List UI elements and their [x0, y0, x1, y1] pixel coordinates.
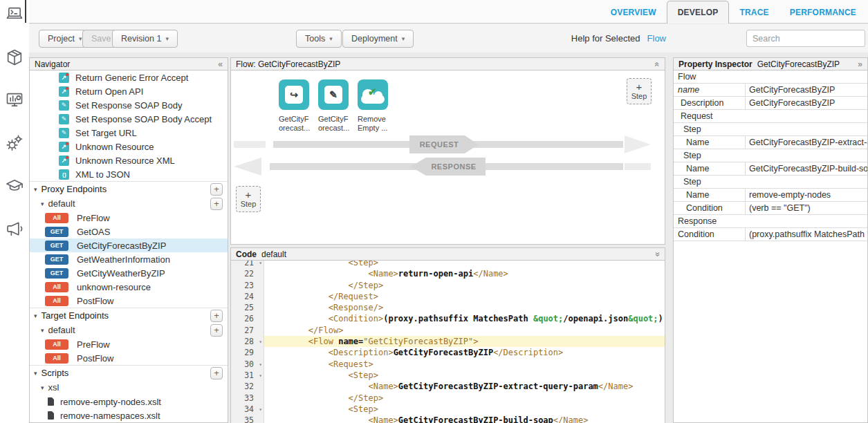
proxy-endpoint-flow-item[interactable]: All unknown-resource: [30, 280, 228, 294]
property-row[interactable]: NameGetCityForecastByZIP-extract-qu: [674, 136, 867, 149]
code-line[interactable]: 30▾ <Request>: [231, 359, 665, 370]
deployment-menu-button[interactable]: Deployment▾: [342, 30, 414, 48]
tab-develop[interactable]: DEVELOP: [667, 1, 730, 24]
script-file-item[interactable]: remove-namespaces.xslt: [30, 408, 228, 422]
property-value[interactable]: GetCityForecastByZIP-build-soap: [746, 162, 867, 175]
help-flow-link[interactable]: Flow: [647, 33, 666, 44]
fold-icon[interactable]: ▾: [259, 337, 262, 348]
add-flow-button[interactable]: +: [210, 198, 223, 210]
collapse-inspector-icon[interactable]: »: [858, 60, 862, 68]
code-line[interactable]: 28▾ <Flow name="GetCityForecastByZIP">: [231, 336, 665, 347]
tab-trace[interactable]: TRACE: [729, 1, 779, 24]
policy-item[interactable]: Set Target URL: [30, 126, 228, 140]
property-row[interactable]: Condition(proxy.pathsuffix MatchesPath "…: [674, 228, 867, 241]
script-file-item[interactable]: remove-empty-nodes.xslt: [30, 395, 228, 408]
api-proxy-package-icon[interactable]: [4, 47, 25, 68]
policy-icon: [59, 169, 69, 180]
proxy-endpoint-flow-item[interactable]: GET GetCityForecastByZIP: [30, 238, 228, 252]
fold-icon[interactable]: ▾: [259, 359, 262, 370]
collapse-navigator-icon[interactable]: «: [218, 60, 223, 68]
property-row[interactable]: Condition(verb == "GET"): [674, 202, 867, 215]
property-value[interactable]: (proxy.pathsuffix MatchesPath "/c: [746, 228, 867, 241]
proxy-endpoint-flow-item[interactable]: GET GetOAS: [30, 225, 228, 238]
policy-item[interactable]: Set Response SOAP Body: [30, 98, 228, 112]
analytics-monitor-icon[interactable]: [4, 90, 25, 111]
flow-step[interactable]: GetCityForecast...: [318, 79, 349, 133]
property-row[interactable]: Step: [674, 123, 867, 136]
add-target-endpoint-button[interactable]: +: [210, 310, 223, 322]
property-row[interactable]: Step: [674, 149, 867, 162]
fold-icon[interactable]: ▾: [259, 370, 262, 382]
code-line[interactable]: 23 </Step>: [231, 280, 665, 291]
policy-item[interactable]: Unknown Resource XML: [30, 153, 228, 167]
code-line[interactable]: 27 </Flow>: [231, 325, 665, 336]
terminal-icon[interactable]: [4, 4, 25, 25]
property-value[interactable]: GetCityForecastByZIP: [746, 84, 867, 96]
announcements-megaphone-icon[interactable]: [4, 218, 25, 239]
response-arrow-icon: [234, 158, 261, 176]
code-line[interactable]: 35 <Name>GetCityForecastByZIP-build-soap…: [231, 415, 665, 423]
code-line[interactable]: 32 <Name>GetCityForecastByZIP-extract-qu…: [231, 381, 665, 392]
policy-item[interactable]: Return Open API: [30, 84, 228, 98]
group-scripts-xsl[interactable]: ▾ xsl: [30, 380, 228, 395]
code-line[interactable]: 33 </Step>: [231, 393, 665, 404]
proxy-endpoint-flow-item[interactable]: GET GetCityWeatherByZIP: [30, 266, 228, 280]
add-step-button-response[interactable]: + Step: [236, 186, 261, 212]
group-proxy-default[interactable]: ▾ default +: [30, 196, 228, 211]
property-value[interactable]: remove-empty-nodes: [746, 189, 867, 201]
tab-performance[interactable]: PERFORMANCE: [779, 1, 867, 24]
revision-menu-button[interactable]: Revision 1▾: [112, 30, 178, 48]
property-row[interactable]: Step: [674, 176, 867, 189]
proxy-endpoint-flow-item[interactable]: All PostFlow: [30, 294, 228, 308]
property-table: FlownameGetCityForecastByZIPDescriptionG…: [674, 70, 867, 422]
admin-gears-icon[interactable]: [4, 133, 25, 153]
collapse-flow-panel-icon[interactable]: «: [654, 62, 662, 66]
property-row[interactable]: Flow: [674, 70, 867, 84]
group-target-default[interactable]: ▾ default +: [30, 323, 228, 337]
fold-icon[interactable]: ▾: [259, 404, 262, 415]
learn-graduation-cap-icon[interactable]: [4, 176, 25, 196]
property-row[interactable]: Request: [674, 110, 867, 123]
property-row[interactable]: Nameremove-empty-nodes: [674, 189, 867, 202]
code-line[interactable]: 26 <Condition>(proxy.pathsuffix MatchesP…: [231, 313, 665, 324]
proxy-endpoint-flow-item[interactable]: All PreFlow: [30, 211, 228, 225]
policy-item[interactable]: Set Response SOAP Body Accept: [30, 112, 228, 126]
add-script-button[interactable]: +: [210, 367, 223, 379]
search-input[interactable]: [746, 30, 865, 47]
target-endpoint-flow-item[interactable]: All PreFlow: [30, 337, 228, 351]
code-line[interactable]: 24 </Request>: [231, 291, 665, 302]
code-line[interactable]: 21▾ <Step>: [231, 261, 665, 268]
code-line[interactable]: 34▾ <Step>: [231, 404, 665, 415]
code-line[interactable]: 29 <Description>GetCityForecastByZIP</De…: [231, 347, 665, 358]
add-proxy-endpoint-button[interactable]: +: [210, 183, 223, 196]
code-line[interactable]: 22 <Name>return-open-api</Name>: [231, 268, 665, 279]
target-endpoint-flow-item[interactable]: All PostFlow: [30, 351, 228, 365]
property-value[interactable]: GetCityForecastByZIP: [746, 97, 867, 109]
code-text: <Request>: [264, 359, 373, 370]
policy-item[interactable]: Unknown Resource: [30, 140, 228, 153]
section-scripts[interactable]: ▾ Scripts +: [30, 365, 228, 380]
add-flow-button[interactable]: +: [210, 324, 223, 337]
collapse-code-panel-icon[interactable]: «: [654, 252, 662, 256]
flow-step[interactable]: GetCityForecast...: [279, 79, 309, 133]
code-line[interactable]: 25 <Response/>: [231, 302, 665, 313]
policy-item[interactable]: XML to JSON: [30, 167, 228, 181]
flow-step[interactable]: ✔ RemoveEmpty ...: [358, 79, 388, 133]
property-value[interactable]: GetCityForecastByZIP-extract-qu: [746, 136, 867, 149]
property-row[interactable]: DescriptionGetCityForecastByZIP: [674, 97, 867, 110]
property-value[interactable]: (verb == "GET"): [746, 202, 867, 214]
property-row[interactable]: Response: [674, 215, 867, 228]
property-row[interactable]: nameGetCityForecastByZIP: [674, 84, 867, 97]
code-line[interactable]: 31▾ <Step>: [231, 370, 665, 381]
policy-item[interactable]: Return Generic Error Accept: [30, 70, 228, 84]
tab-overview[interactable]: OVERVIEW: [600, 1, 667, 24]
code-editor[interactable]: 21▾ <Step>22 <Name>return-open-api</Name…: [231, 261, 665, 423]
proxy-view-tabs: OVERVIEW DEVELOP TRACE PERFORMANCE: [600, 1, 867, 24]
proxy-endpoint-flow-item[interactable]: GET GetWeatherInformation: [30, 252, 228, 266]
add-step-button-request[interactable]: + Step: [627, 78, 652, 104]
section-target-endpoints[interactable]: ▾ Target Endpoints +: [30, 308, 228, 323]
property-row[interactable]: NameGetCityForecastByZIP-build-soap: [674, 162, 867, 176]
tools-menu-button[interactable]: Tools▾: [296, 30, 342, 48]
section-proxy-endpoints[interactable]: ▾ Proxy Endpoints +: [30, 181, 228, 196]
code-text: <Name>return-open-api</Name>: [264, 268, 508, 279]
